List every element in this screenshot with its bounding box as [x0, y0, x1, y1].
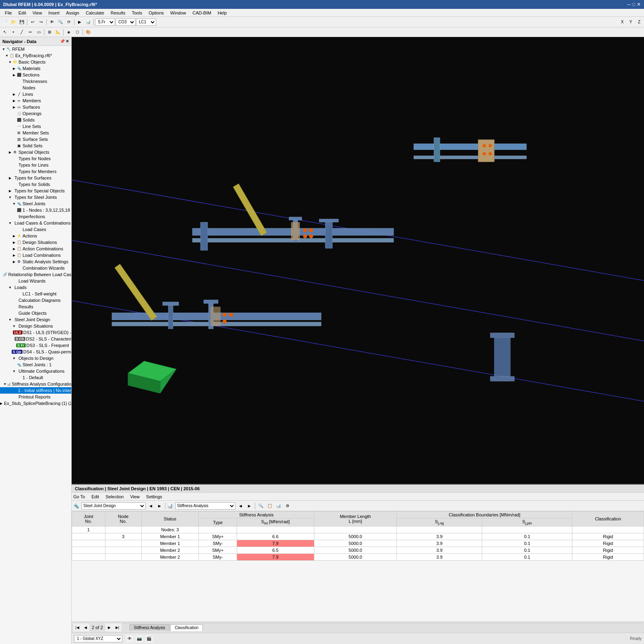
next-btn[interactable]: ▶ — [155, 502, 163, 510]
y-btn[interactable]: Y — [627, 18, 635, 26]
prev-page-btn[interactable]: ◀ — [81, 623, 89, 632]
camera-btn[interactable]: 📷 — [135, 635, 143, 643]
prev-btn[interactable]: ◀ — [147, 502, 155, 510]
co-combo[interactable]: CO3 — [116, 19, 136, 26]
menu-options[interactable]: Options — [145, 10, 167, 15]
menu-results[interactable]: Results — [107, 10, 129, 15]
nav-guide-objects[interactable]: Guide Objects — [0, 310, 71, 316]
nav-sections[interactable]: ▶ ⬛ Sections — [0, 72, 71, 78]
nav-solid-sets[interactable]: ▣ Solid Sets — [0, 142, 71, 149]
results-btn[interactable]: 📊 — [84, 18, 92, 26]
nav-members[interactable]: ▶ ═ Members — [0, 97, 71, 104]
nav-uc-default[interactable]: 1 - Default — [0, 374, 71, 381]
nav-pin[interactable]: 📌 — [60, 39, 65, 43]
undo-btn[interactable]: ↩ — [29, 18, 37, 26]
zoom-btn[interactable]: 🔍 — [56, 18, 64, 26]
z-btn[interactable]: Z — [635, 18, 643, 26]
wire-btn[interactable]: ⬡ — [73, 28, 81, 36]
nav-sac-1[interactable]: 1 - Initial stiffness | No inter — [0, 387, 71, 394]
maximize-btn[interactable]: □ — [632, 2, 635, 7]
nav-sj-1[interactable]: ⬛ 1 - Nodes : 3,9,12,15,18 — [0, 207, 71, 213]
nav-file2[interactable]: ▶ Ex_Stub_SplicePlateBracing (1) (2).rf6… — [0, 400, 71, 407]
export-btn[interactable]: 📋 — [266, 502, 274, 510]
nav-types-solids[interactable]: Types for Solids — [0, 181, 71, 188]
menu-cadbim[interactable]: CAD-BIM — [189, 10, 214, 15]
analysis-type-combo[interactable]: Stiffness Analysis — [175, 502, 235, 510]
menu-insert[interactable]: Insert — [45, 10, 63, 15]
rotate-btn[interactable]: ⟳ — [65, 18, 73, 26]
nav-relationship[interactable]: 🔗 Relationship Between Load Cas — [0, 271, 71, 278]
nav-results[interactable]: Results — [0, 303, 71, 310]
viewport-3d[interactable] — [72, 37, 644, 484]
nav-sac[interactable]: ▼ 📊 Stiffness Analysis Configuratio — [0, 381, 71, 387]
filter-btn[interactable]: 🔍 — [257, 502, 265, 510]
calc-btn[interactable]: ▶ — [76, 18, 84, 26]
nav-thicknesses[interactable]: Thicknesses — [0, 78, 71, 85]
nav-ds4[interactable]: S Qp DS4 - SLS - Quasi-perm — [0, 349, 71, 355]
menu-edit[interactable]: Edit — [15, 10, 29, 15]
prev2-btn[interactable]: ◀ — [236, 502, 244, 510]
nav-nodes[interactable]: Nodes — [0, 85, 71, 91]
nav-types-nodes[interactable]: Types for Nodes — [0, 155, 71, 162]
member-btn[interactable]: ═ — [26, 28, 34, 36]
nav-special-objects[interactable]: ▶ ⚙ Special Objects — [0, 149, 71, 155]
nav-sjd-ds[interactable]: ▼ Design Situations — [0, 323, 71, 329]
nav-member-sets[interactable]: ⊞ Member Sets — [0, 130, 71, 136]
nav-surfaces[interactable]: ▶ ▭ Surfaces — [0, 104, 71, 110]
menu-tools[interactable]: Tools — [128, 10, 145, 15]
surface-type-combo[interactable]: S.Fr — [95, 19, 115, 26]
nav-action-combinations[interactable]: ▶ 📋 Action Combinations — [0, 246, 71, 252]
nav-types-lines[interactable]: Types for Lines — [0, 162, 71, 168]
nav-load-cases[interactable]: Load Cases — [0, 226, 71, 233]
settings-btn[interactable]: ⚙ — [283, 502, 291, 510]
nav-calc-diagrams[interactable]: Calculation Diagrams — [0, 297, 71, 303]
lc-combo[interactable]: LC1 — [136, 19, 156, 26]
line-btn[interactable]: ╱ — [18, 28, 26, 36]
tab-stiffness[interactable]: Stiffness Analysis — [130, 624, 170, 631]
redo-btn[interactable]: ↪ — [37, 18, 45, 26]
new-btn[interactable]: 📄 — [1, 18, 9, 26]
next-page-btn[interactable]: ▶ — [105, 623, 114, 632]
nav-load-wizards[interactable]: Load Wizards — [0, 278, 71, 284]
menu-file[interactable]: File — [2, 10, 15, 15]
nav-steel-joints[interactable]: ▼ 🔩 Steel Joints — [0, 200, 71, 207]
nav-printout[interactable]: Printout Reports — [0, 394, 71, 400]
next2-btn[interactable]: ▶ — [245, 502, 253, 510]
snap-btn[interactable]: ⊞ — [45, 28, 54, 36]
nav-close[interactable]: ✕ — [66, 39, 69, 43]
nav-types-steel-joints[interactable]: ▼ Types for Steel Joints — [0, 194, 71, 200]
nav-solids[interactable]: ⬛ Solids — [0, 117, 71, 123]
node-btn[interactable]: • — [9, 28, 17, 36]
render-mode-btn[interactable]: 🎬 — [145, 635, 153, 643]
nav-ds3[interactable]: S Fr DS3 - SLS - Frequent — [0, 342, 71, 349]
menu-settings[interactable]: Settings — [146, 494, 162, 499]
coordinate-system-combo[interactable]: 1 - Global XYZ — [74, 635, 122, 642]
nav-design-situations[interactable]: ▶ 📋 Design Situations — [0, 239, 71, 246]
nav-file[interactable]: ▼ 📋 Ex_FlyBracing.rf6* — [0, 52, 71, 59]
save-btn[interactable]: 💾 — [18, 18, 26, 26]
nav-ds1[interactable]: ULS DS1 - ULS (STR/GEO) - — [0, 329, 71, 336]
nav-load-combos[interactable]: ▶ 📋 Load Combinations — [0, 252, 71, 258]
nav-openings[interactable]: ⬜ Openings — [0, 110, 71, 117]
nav-rfem[interactable]: ▼ 🔧 RFEM — [0, 46, 71, 52]
nav-lcc[interactable]: ▼ Load Cases & Combinations — [0, 220, 71, 226]
measure-btn[interactable]: 📐 — [54, 28, 62, 36]
tab-classification[interactable]: Classification — [170, 624, 203, 631]
nav-types-members[interactable]: Types for Members — [0, 168, 71, 175]
first-page-btn[interactable]: |◀ — [73, 623, 81, 632]
render-btn[interactable]: ◈ — [65, 28, 73, 36]
last-page-btn[interactable]: ▶| — [114, 623, 122, 632]
menu-calculate[interactable]: Calculate — [83, 10, 107, 15]
menu-assign[interactable]: Assign — [63, 10, 83, 15]
menu-help[interactable]: Help — [215, 10, 230, 15]
minimize-btn[interactable]: ─ — [627, 2, 631, 7]
menu-selection[interactable]: Selection — [105, 494, 124, 499]
menu-view[interactable]: View — [130, 494, 140, 499]
nav-ds2[interactable]: S Ch DS2 - SLS - Characteri — [0, 336, 71, 342]
nav-combo-wizards[interactable]: Combination Wizards — [0, 265, 71, 271]
color-btn[interactable]: 🎨 — [84, 28, 92, 36]
nav-materials[interactable]: ▶ 🔩 Materials — [0, 65, 71, 72]
nav-lc1[interactable]: LC1 - Self-weight — [0, 291, 71, 297]
surface-btn[interactable]: ▭ — [35, 28, 43, 36]
xyz-btn[interactable]: X — [618, 18, 626, 26]
